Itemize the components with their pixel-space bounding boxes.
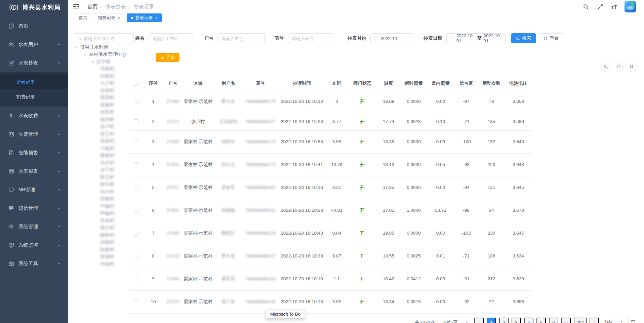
sidebar-subitem-reading-records[interactable]: 抄表记录: [0, 74, 68, 89]
tab-deduction-records[interactable]: 扣费记录: [94, 13, 124, 22]
name-label: 姓名: [135, 35, 145, 41]
tree-node[interactable]: 马家村: [74, 66, 141, 73]
page-ellipsis[interactable]: •••: [561, 318, 571, 323]
breadcrumb-home[interactable]: 首页: [87, 4, 97, 10]
reset-button[interactable]: 重置: [539, 33, 563, 43]
row-checkbox[interactable]: [134, 231, 138, 236]
sidebar-item-meter-reading[interactable]: 水表抄表: [0, 54, 68, 72]
sidebar-item-label: 水表报表: [18, 168, 53, 174]
next-page-button[interactable]: ›: [590, 318, 599, 323]
row-checkbox[interactable]: [134, 139, 138, 144]
page-button-2[interactable]: 2: [499, 318, 509, 323]
row-checkbox[interactable]: [134, 208, 138, 213]
meter-no-input[interactable]: [288, 33, 333, 43]
column-header-read_time: 抄读时间: [278, 77, 326, 90]
table-row: 837313梁家村-示范村曹大龙7888888882372022-10-20 1…: [129, 245, 532, 268]
tab-close-icon[interactable]: [155, 16, 158, 20]
table-search-icon[interactable]: [601, 62, 611, 72]
cell-reading: 9.87: [326, 245, 348, 268]
chevron-down-icon: [57, 169, 61, 173]
goto-page-input[interactable]: [615, 318, 629, 323]
account-input[interactable]: [217, 33, 265, 43]
table-refresh-icon[interactable]: [614, 62, 624, 72]
row-checkbox[interactable]: [134, 119, 138, 124]
row-checkbox[interactable]: [134, 299, 138, 304]
cell-account: 37313: [163, 245, 183, 268]
chevron-down-icon: [57, 188, 61, 192]
sidebar-item-system-management[interactable]: ⚙系统管理: [0, 217, 68, 236]
report-icon: [8, 168, 14, 174]
column-settings-icon[interactable]: [627, 62, 637, 72]
caret-down-icon[interactable]: [75, 47, 78, 50]
tree-node[interactable]: 博兴县水利局: [74, 44, 141, 51]
cell-battery_voltage: 3.645: [505, 176, 532, 199]
search-icon[interactable]: [582, 3, 590, 10]
cell-start_count: 73: [478, 90, 505, 113]
export-button[interactable]: 导出: [156, 53, 179, 62]
user-avatar[interactable]: [625, 1, 636, 12]
sidebar-item-meter-reports[interactable]: 水表报表: [0, 162, 68, 180]
page-button-3[interactable]: 3: [512, 318, 521, 323]
page-button-202[interactable]: 202: [574, 318, 587, 323]
font-size-icon[interactable]: [610, 3, 618, 10]
sidebar-item-nb-management[interactable]: NB管理: [0, 180, 68, 199]
cell-valve_status: 开: [348, 245, 377, 268]
collapse-sidebar-icon[interactable]: [73, 3, 80, 10]
row-checkbox[interactable]: [134, 277, 138, 281]
cell-instant_flow: 0.0000: [400, 153, 427, 176]
tab-close-icon[interactable]: [118, 16, 120, 20]
select-all-checkbox[interactable]: [134, 81, 138, 86]
tree-node-label: 马什村: [100, 189, 114, 195]
range-separator: 至: [477, 35, 482, 41]
page-button-6[interactable]: 6: [549, 318, 558, 323]
column-header-temperature: 温度: [377, 77, 400, 90]
caret-down-icon[interactable]: [91, 61, 94, 64]
tab-reading-records[interactable]: 抄表记录: [127, 13, 162, 22]
row-checkbox[interactable]: [134, 99, 138, 104]
cell-meter: 788888888118: [243, 222, 278, 245]
page-button-1[interactable]: 1: [487, 318, 496, 323]
sidebar-item-sms-management[interactable]: 短信管理: [0, 199, 68, 217]
row-checkbox[interactable]: [134, 185, 138, 190]
cell-valve_status: 开: [348, 268, 377, 290]
name-input[interactable]: [149, 33, 194, 43]
table-row: 237173张卢村王兆国伟7888888882372022-10-20 16:1…: [129, 113, 532, 130]
chevron-down-icon: [57, 206, 61, 210]
sidebar-item-system-tools[interactable]: 系统工具: [0, 254, 68, 273]
cell-region: 梁家村-示范村: [183, 268, 213, 290]
tree-node[interactable]: 店子镇: [74, 58, 141, 66]
prev-page-button[interactable]: ‹: [474, 318, 484, 323]
row-checkbox[interactable]: [134, 162, 138, 167]
cell-temperature: 17.01: [377, 199, 400, 222]
sidebar-item-system-monitor[interactable]: 系统监控: [0, 236, 68, 254]
sidebar-item-arrears[interactable]: 欠费管理: [0, 125, 68, 144]
region-search-input[interactable]: [84, 36, 131, 41]
cell-reverse_flow: 0.00: [427, 222, 454, 245]
cell-signal: -93: [454, 153, 478, 176]
sidebar-item-smart-alerts[interactable]: 智能预警: [0, 144, 68, 162]
sidebar-item-meter-users[interactable]: 水表用户: [0, 35, 68, 54]
row-select-cell: [129, 113, 144, 130]
edit-icon: [8, 60, 14, 66]
search-button[interactable]: 搜索: [511, 33, 536, 43]
sidebar-item-home[interactable]: 首页: [0, 17, 68, 35]
sidebar-subitem-deduction-records[interactable]: 扣费记录: [0, 89, 68, 105]
cell-seq: 2: [144, 113, 163, 130]
tab-home[interactable]: 首页: [75, 13, 91, 22]
cell-reading: 0.21: [326, 176, 348, 199]
cell-reading: 0: [326, 90, 348, 113]
sidebar-item-billing[interactable]: ¥水表收费: [0, 107, 68, 125]
tree-node[interactable]: 农村供水管理中心: [74, 51, 141, 58]
row-checkbox[interactable]: [134, 254, 138, 258]
fullscreen-icon[interactable]: [596, 3, 604, 10]
reading-month-picker[interactable]: 2022-10: [370, 33, 413, 43]
page-button-5[interactable]: 5: [536, 318, 546, 323]
table-row: 337355梁家村-示范村张胜华7888888881722022-10-20 1…: [129, 130, 532, 153]
caret-down-icon[interactable]: [84, 54, 87, 57]
page-size-select[interactable]: 10条/页: [440, 318, 471, 323]
breadcrumb-meter-reading[interactable]: 水表抄表: [106, 4, 126, 10]
reading-date-range-picker[interactable]: 2022-10-01 至 2022-10-31: [446, 33, 506, 43]
cell-battery_voltage: 3.634: [505, 245, 532, 268]
cell-region: 梁家村-示范村: [183, 153, 213, 176]
page-button-4[interactable]: 4: [524, 318, 533, 323]
